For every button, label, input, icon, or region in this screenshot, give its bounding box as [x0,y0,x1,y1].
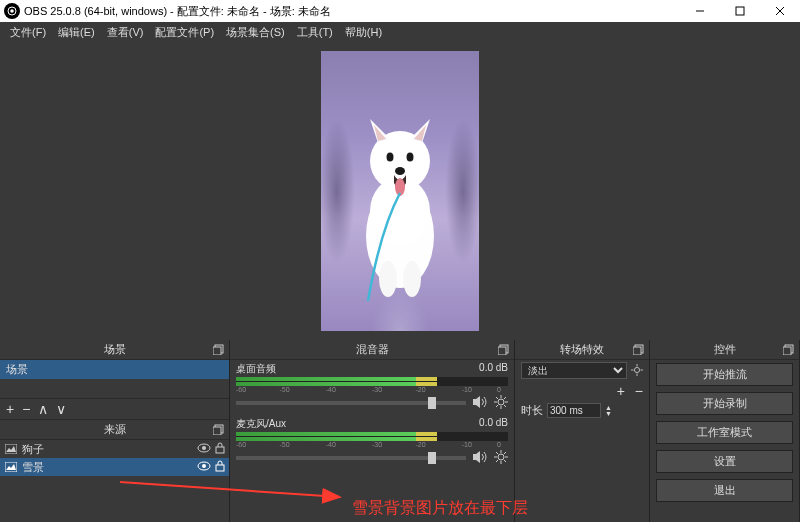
speaker-icon[interactable] [472,450,488,466]
db-scale: -60-50-40-30-20-100 [236,441,508,449]
svg-line-34 [496,397,498,399]
svg-rect-3 [736,7,744,15]
scene-controls: + − ∧ ∨ [0,398,229,420]
sources-popout-icon[interactable] [213,423,225,437]
mixer-panel: 混音器 桌面音频 0.0 dB -60-50-40-30-20-100 [230,340,515,522]
svg-point-38 [498,454,504,460]
svg-point-29 [498,399,504,405]
duration-stepper[interactable]: ▲▼ [605,405,612,417]
lock-toggle[interactable] [215,460,225,474]
scenes-title: 场景 [104,342,126,357]
menu-help[interactable]: 帮助(H) [339,23,388,42]
scene-up-button[interactable]: ∧ [38,401,48,417]
transition-gear-icon[interactable] [631,364,643,378]
bottom-panels: 场景 场景 + − ∧ ∨ 来源 狗子 雪景 [0,340,800,522]
svg-rect-55 [783,347,791,355]
transitions-title: 转场特效 [560,342,604,357]
preview-dog-image [350,101,450,301]
menu-edit[interactable]: 编辑(E) [52,23,101,42]
visibility-toggle[interactable] [197,443,211,455]
volume-meter [236,432,508,441]
controls-popout-icon[interactable] [783,343,795,357]
svg-point-8 [403,261,421,297]
transition-select[interactable]: 淡出 [521,362,627,379]
add-transition-button[interactable]: + [617,383,625,399]
duration-input[interactable] [547,403,601,418]
titlebar: OBS 25.0.8 (64-bit, windows) - 配置文件: 未命名… [0,0,800,22]
menu-profile[interactable]: 配置文件(P) [149,23,220,42]
start-record-button[interactable]: 开始录制 [656,392,793,415]
app-icon [4,3,20,19]
image-icon [4,444,18,454]
menubar: 文件(F) 编辑(E) 查看(V) 配置文件(P) 场景集合(S) 工具(T) … [0,22,800,42]
settings-button[interactable]: 设置 [656,450,793,473]
menu-scene-collection[interactable]: 场景集合(S) [220,23,291,42]
volume-meter [236,377,508,386]
speaker-icon[interactable] [472,395,488,411]
mixer-channel-desktop: 桌面音频 0.0 dB -60-50-40-30-20-100 [230,360,514,415]
volume-slider[interactable] [236,456,466,460]
svg-point-21 [202,446,206,450]
source-label: 狗子 [22,442,193,457]
mixer-title: 混音器 [356,342,389,357]
svg-rect-22 [216,447,224,453]
close-button[interactable] [760,0,800,22]
visibility-toggle[interactable] [197,461,211,473]
exit-button[interactable]: 退出 [656,479,793,502]
source-item-dog[interactable]: 狗子 [0,440,229,458]
svg-line-46 [496,460,498,462]
menu-view[interactable]: 查看(V) [101,23,150,42]
controls-title: 控件 [714,342,736,357]
sources-list[interactable]: 狗子 雪景 [0,440,229,476]
studio-mode-button[interactable]: 工作室模式 [656,421,793,444]
mixer-channel-mic: 麦克风/Aux 0.0 dB -60-50-40-30-20-100 [230,415,514,470]
svg-point-13 [395,167,405,175]
svg-line-35 [504,405,506,407]
window-title: OBS 25.0.8 (64-bit, windows) - 配置文件: 未命名… [24,4,680,19]
scene-down-button[interactable]: ∨ [56,401,66,417]
svg-rect-23 [5,462,17,472]
scenes-header: 场景 [0,340,229,360]
scenes-panel: 场景 场景 + − ∧ ∨ 来源 狗子 雪景 [0,340,230,522]
remove-transition-button[interactable]: − [635,383,643,399]
svg-line-45 [504,452,506,454]
maximize-button[interactable] [720,0,760,22]
channel-db: 0.0 dB [479,417,508,431]
svg-line-44 [504,460,506,462]
add-scene-button[interactable]: + [6,401,14,417]
scene-list[interactable]: 场景 [0,360,229,398]
mixer-header: 混音器 [230,340,514,360]
menu-tools[interactable]: 工具(T) [291,23,339,42]
svg-rect-28 [498,347,506,355]
db-scale: -60-50-40-30-20-100 [236,386,508,394]
image-icon [4,462,18,472]
svg-point-25 [202,464,206,468]
source-item-snow[interactable]: 雪景 [0,458,229,476]
menu-file[interactable]: 文件(F) [4,23,52,42]
svg-rect-48 [633,347,641,355]
scenes-popout-icon[interactable] [213,343,225,357]
svg-line-43 [496,452,498,454]
preview-canvas[interactable] [321,51,479,331]
transitions-popout-icon[interactable] [633,343,645,357]
transitions-header: 转场特效 [515,340,649,360]
svg-point-1 [10,9,14,13]
controls-panel: 控件 开始推流 开始录制 工作室模式 设置 退出 [650,340,800,522]
lock-toggle[interactable] [215,442,225,456]
gear-icon[interactable] [494,450,508,466]
svg-rect-26 [216,465,224,471]
channel-name: 麦克风/Aux [236,417,286,431]
preview-area[interactable] [0,42,800,340]
svg-rect-16 [213,347,221,355]
svg-point-49 [634,367,639,372]
svg-point-7 [379,261,397,297]
sources-header: 来源 [0,420,229,440]
gear-icon[interactable] [494,395,508,411]
remove-scene-button[interactable]: − [22,401,30,417]
scene-item[interactable]: 场景 [0,360,229,379]
mixer-popout-icon[interactable] [498,343,510,357]
svg-rect-18 [213,427,221,435]
volume-slider[interactable] [236,401,466,405]
start-stream-button[interactable]: 开始推流 [656,363,793,386]
minimize-button[interactable] [680,0,720,22]
